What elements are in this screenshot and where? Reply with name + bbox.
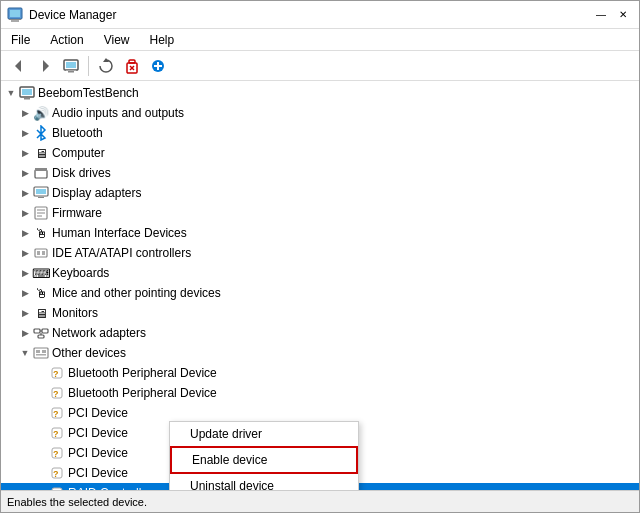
toolbar-separator <box>88 56 89 76</box>
item-label: IDE ATA/ATAPI controllers <box>52 246 191 260</box>
svg-marker-4 <box>15 60 21 72</box>
svg-rect-31 <box>35 249 47 257</box>
main-content: ▼ BeebomTestBench ▶ 🔊 Audio inputs and o… <box>1 81 639 490</box>
list-item[interactable]: ▶ ? Bluetooth Peripheral Device <box>1 363 639 383</box>
status-text: Enables the selected device. <box>7 496 147 508</box>
item-label: Display adapters <box>52 186 141 200</box>
list-item[interactable]: ▶ Network adapters <box>1 323 639 343</box>
menu-view[interactable]: View <box>100 31 134 49</box>
list-item[interactable]: ▶ Disk drives <box>1 163 639 183</box>
svg-rect-32 <box>37 251 40 255</box>
context-menu-enable-device[interactable]: Enable device <box>170 446 358 474</box>
svg-text:?: ? <box>53 409 59 419</box>
svg-rect-41 <box>42 350 46 353</box>
svg-rect-33 <box>42 251 45 255</box>
item-label: Bluetooth Peripheral Device <box>68 366 217 380</box>
root-label: BeebomTestBench <box>38 86 139 100</box>
svg-text:?: ? <box>53 429 59 439</box>
svg-rect-35 <box>42 329 48 333</box>
item-label: Firmware <box>52 206 102 220</box>
svg-rect-9 <box>66 70 76 71</box>
svg-text:?: ? <box>53 369 59 379</box>
menu-help[interactable]: Help <box>146 31 179 49</box>
item-label: Network adapters <box>52 326 146 340</box>
item-label: PCI Device <box>68 466 128 480</box>
item-label: Computer <box>52 146 105 160</box>
svg-rect-21 <box>35 170 47 178</box>
list-item[interactable]: ▼ Other devices <box>1 343 639 363</box>
status-bar: Enables the selected device. <box>1 490 639 512</box>
svg-text:?: ? <box>53 449 59 459</box>
menu-bar: File Action View Help <box>1 29 639 51</box>
list-item[interactable]: ▶ ? Bluetooth Peripheral Device <box>1 383 639 403</box>
list-item[interactable]: ▶ Firmware <box>1 203 639 223</box>
svg-rect-40 <box>36 350 40 353</box>
svg-rect-14 <box>129 60 135 63</box>
svg-rect-26 <box>36 196 46 197</box>
svg-text:?: ? <box>53 469 59 479</box>
svg-rect-34 <box>34 329 40 333</box>
toolbar <box>1 51 639 81</box>
window-title: Device Manager <box>29 8 116 22</box>
back-button[interactable] <box>7 54 31 78</box>
item-label: Monitors <box>52 306 98 320</box>
device-manager-window: Device Manager — ✕ File Action View Help <box>0 0 640 513</box>
forward-button[interactable] <box>33 54 57 78</box>
menu-file[interactable]: File <box>7 31 34 49</box>
item-label: Other devices <box>52 346 126 360</box>
add-button[interactable] <box>146 54 170 78</box>
item-label: PCI Device <box>68 446 128 460</box>
root-icon <box>19 85 35 101</box>
item-label: Audio inputs and outputs <box>52 106 184 120</box>
list-item[interactable]: ▶ 🖥 Computer <box>1 143 639 163</box>
item-label: PCI Device <box>68 406 128 420</box>
computer-button[interactable] <box>59 54 83 78</box>
list-item[interactable]: ▶ Bluetooth <box>1 123 639 143</box>
list-item[interactable]: ▶ 🔊 Audio inputs and outputs <box>1 103 639 123</box>
item-label: Mice and other pointing devices <box>52 286 221 300</box>
context-menu-update-driver[interactable]: Update driver <box>170 422 358 446</box>
minimize-button[interactable]: — <box>591 5 611 25</box>
svg-rect-19 <box>22 89 32 95</box>
tree-root[interactable]: ▼ BeebomTestBench <box>1 83 639 103</box>
item-label: Keyboards <box>52 266 109 280</box>
svg-rect-25 <box>38 197 44 198</box>
svg-rect-3 <box>9 19 21 20</box>
svg-rect-7 <box>66 62 76 68</box>
list-item[interactable]: ▶ IDE ATA/ATAPI controllers <box>1 243 639 263</box>
context-menu-uninstall-device[interactable]: Uninstall device <box>170 474 358 490</box>
svg-rect-20 <box>24 98 30 100</box>
item-label: Human Interface Devices <box>52 226 187 240</box>
menu-action[interactable]: Action <box>46 31 87 49</box>
svg-rect-1 <box>10 10 20 17</box>
item-label: PCI Device <box>68 426 128 440</box>
context-menu: Update driver Enable device Uninstall de… <box>169 421 359 490</box>
list-item[interactable]: ▶ ⌨ Keyboards <box>1 263 639 283</box>
list-item[interactable]: ▶ 🖥 Monitors <box>1 303 639 323</box>
list-item[interactable]: ▶ 🖱 Human Interface Devices <box>1 223 639 243</box>
svg-text:?: ? <box>53 489 59 490</box>
title-icon <box>7 7 23 23</box>
svg-rect-24 <box>36 189 46 194</box>
item-label: Bluetooth Peripheral Device <box>68 386 217 400</box>
delete-button[interactable] <box>120 54 144 78</box>
svg-rect-2 <box>11 20 19 22</box>
svg-rect-22 <box>35 168 47 171</box>
list-item[interactable]: ▶ ? PCI Device <box>1 403 639 423</box>
list-item[interactable]: ▶ 🖱 Mice and other pointing devices <box>1 283 639 303</box>
root-expander[interactable]: ▼ <box>3 85 19 101</box>
expander[interactable]: ▶ <box>17 105 33 121</box>
list-item[interactable]: ▶ Display adapters <box>1 183 639 203</box>
svg-rect-8 <box>68 71 74 73</box>
svg-rect-42 <box>36 354 46 356</box>
svg-marker-5 <box>43 60 49 72</box>
close-button[interactable]: ✕ <box>613 5 633 25</box>
item-label: Disk drives <box>52 166 111 180</box>
refresh-button[interactable] <box>94 54 118 78</box>
item-label: RAID Controller <box>68 486 152 490</box>
svg-text:?: ? <box>53 389 59 399</box>
item-label: Bluetooth <box>52 126 103 140</box>
svg-rect-37 <box>38 335 44 338</box>
title-bar: Device Manager — ✕ <box>1 1 639 29</box>
